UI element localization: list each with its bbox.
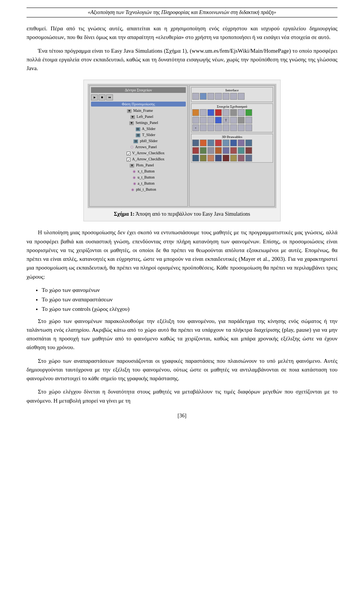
3d-icons-row-1 xyxy=(192,140,272,146)
tree-item-left-panel: ▼ Left_Panel xyxy=(91,114,186,120)
3d-icon-24 xyxy=(245,155,252,161)
tree-item-a-arrow: A_Arrow_CheckBox xyxy=(91,156,186,162)
3d-icon-18 xyxy=(200,155,207,161)
design-icon-6 xyxy=(230,109,237,116)
figure-right-section-design: Στοιχεία Σχεδιασμού xyxy=(191,103,273,132)
design-icon-17 xyxy=(207,124,214,131)
figure-toolbar: ▶ ⏹ ⏭ xyxy=(91,94,186,100)
tree-item-phit-button: ◉ phi_t_Button xyxy=(91,187,186,193)
design-icon-4 xyxy=(215,109,222,116)
figure-1: Δέντρο Στοιχείων ▶ ⏹ ⏭ Φάση Προσομοίωσης… xyxy=(83,80,281,221)
figure-caption-bold: Σχήμα 1: xyxy=(114,211,134,217)
icon-5 xyxy=(223,93,229,100)
design-icon-12 xyxy=(215,117,222,124)
3d-icon-6 xyxy=(230,140,237,146)
tree-item-plots-panel: ▼ Plots_Panel xyxy=(91,162,186,168)
tree-item-main-frame: ▼ Main_Frame xyxy=(91,108,186,114)
tree-item-a-slider: ⊟ A_Slider xyxy=(91,126,186,132)
widget-icon: ⊟ xyxy=(133,140,138,143)
design-icon-7 xyxy=(238,109,245,116)
tree-item-at-button: ◉ a_t_Button xyxy=(91,180,186,187)
section-interface-title: Interface xyxy=(192,88,272,92)
arrows-icon: ⬡ xyxy=(130,145,133,149)
design-icon-14 xyxy=(238,117,245,124)
tb-btn-2: ⏹ xyxy=(99,94,105,100)
icon-3 xyxy=(207,93,214,100)
bullet-item-3: Το χώρο των controls (χώρος ελέγχου) xyxy=(42,305,337,314)
3d-icon-12 xyxy=(215,147,222,154)
figure-right-section-3d: 3D Drawables xyxy=(191,134,273,163)
bullet-1-text: Το χώρο των φαινομένων xyxy=(42,287,100,293)
bullet-item-1: Το χώρο των φαινομένων xyxy=(42,286,337,295)
3d-icon-8 xyxy=(245,140,252,146)
design-icon-22 xyxy=(245,124,252,131)
design-icon-21 xyxy=(238,124,245,131)
interface-toolbar xyxy=(192,93,272,100)
3d-icon-9 xyxy=(192,147,199,154)
design-icon-18 xyxy=(215,124,222,131)
figure-right-section-interface: Interface xyxy=(191,87,273,102)
paragraph-4: Στο χώρο των φαινομένων παρακολουθούμε τ… xyxy=(27,317,337,352)
tree-item-phi0-slider: ⊟ phi0_Slider xyxy=(91,138,186,144)
paragraph-1: επιθυμεί. Πέρα από τις γνώσεις αυτές, απ… xyxy=(27,24,337,42)
design-icon-16 xyxy=(200,124,207,131)
3d-icon-15 xyxy=(238,147,245,154)
tree-item-settings-panel: ▼ Settings_Panel xyxy=(91,120,186,126)
design-icons-row-3: + xyxy=(192,124,272,131)
page-number-text: [36] xyxy=(177,413,186,419)
3d-icon-11 xyxy=(207,147,214,154)
3d-icons-row-3 xyxy=(192,155,272,161)
paragraph-2-text: Ένα τέτοιο πρόγραμμα είναι το Easy Java … xyxy=(27,48,337,72)
icon-1 xyxy=(192,93,199,100)
paragraph-5-text: Στο χώρο των αναπαραστάσεων παρουσιάζοντ… xyxy=(27,358,337,382)
left-tab-text: Φάση Προσομοίωσης xyxy=(122,102,155,106)
figure-right-panel: Interface Στοιχεία Σχεδιασμού xyxy=(189,85,275,207)
3d-icon-19 xyxy=(207,155,214,161)
tb-btn-3: ⏭ xyxy=(106,94,113,100)
bullet-item-2: Το χώρο των αναπαραστάσεων xyxy=(42,295,337,304)
paragraph-6-text: Στο χώρο ελέγχου δίνεται η δυνατότητα στ… xyxy=(27,389,337,403)
icon-7 xyxy=(238,93,245,100)
figure-caption-text: Άποψη από το περιβάλλον του Easy Java Si… xyxy=(135,211,250,217)
3d-icon-16 xyxy=(245,147,252,154)
paragraph-1-text: επιθυμεί. Πέρα από τις γνώσεις αυτές, απ… xyxy=(27,25,337,40)
tree-item-ut-button: ◉ u_t_Button xyxy=(91,174,186,180)
design-icon-t: T xyxy=(223,117,229,124)
3d-icon-13 xyxy=(223,147,229,154)
3d-icon-1 xyxy=(192,140,199,146)
design-icon-2 xyxy=(200,109,207,116)
checkbox-icon xyxy=(127,158,130,161)
left-panel-title-text: Δέντρο Στοιχείων xyxy=(125,88,152,92)
design-icon-plus: + xyxy=(192,124,199,131)
3d-icon-14 xyxy=(230,147,237,154)
page-header: «Αξιοποίηση των Τεχνολογιών της Πληροφορ… xyxy=(27,8,337,17)
paragraph-4-text: Στο χώρο των φαινομένων παρακολουθούμε τ… xyxy=(27,318,337,351)
design-icons-row-2: T xyxy=(192,117,272,124)
paragraph-6: Στο χώρο ελέγχου δίνεται η δυνατότητα στ… xyxy=(27,387,337,405)
section-3d-title: 3D Drawables xyxy=(192,135,272,139)
paragraph-3: Η υλοποίηση μιας προσομοίωσης δεν έχει σ… xyxy=(27,228,337,281)
3d-icon-22 xyxy=(230,155,237,161)
widget-icon: ⊟ xyxy=(136,127,140,131)
figure-left-subtitle: Φάση Προσομοίωσης xyxy=(91,102,186,107)
radio-icon: ◉ xyxy=(133,182,136,185)
design-icon-10 xyxy=(200,117,207,124)
folder-icon: ▼ xyxy=(130,164,134,168)
3d-icon-10 xyxy=(200,147,207,154)
checkbox-icon xyxy=(127,152,130,155)
folder-icon: ▼ xyxy=(130,115,135,119)
widget-icon: ⊟ xyxy=(136,133,140,137)
folder-icon: ▼ xyxy=(127,109,132,113)
3d-icon-5 xyxy=(223,140,229,146)
page-number: [36] xyxy=(27,413,337,419)
3d-icon-2 xyxy=(200,140,207,146)
section-design-title: Στοιχεία Σχεδιασμού xyxy=(192,105,272,108)
icon-6 xyxy=(230,93,237,100)
3d-icon-4 xyxy=(215,140,222,146)
radio-icon: ◉ xyxy=(133,169,136,173)
figure-left-title: Δέντρο Στοιχείων xyxy=(91,87,186,93)
folder-icon: ▼ xyxy=(129,121,134,125)
tree-item-v-arrow: V_Arrow_CheckBox xyxy=(91,150,186,156)
icon-2 xyxy=(200,93,207,100)
header-title-text: «Αξιοποίηση των Τεχνολογιών της Πληροφορ… xyxy=(88,9,276,15)
